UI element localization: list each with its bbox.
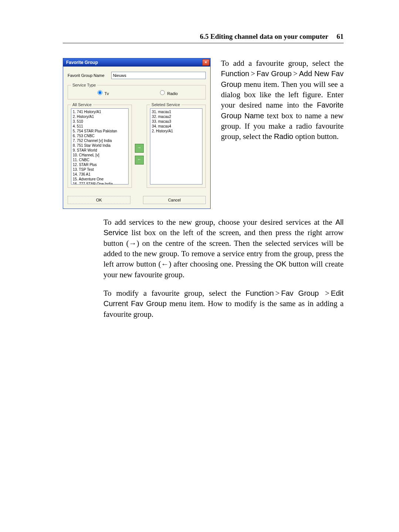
term-ok: OK (276, 260, 287, 268)
all-service-legend: All Service (71, 102, 93, 107)
term-radio: Radio (274, 132, 293, 140)
list-item[interactable]: 4. 511 (73, 124, 127, 129)
service-type-fieldset: Service Type Tv Radio (68, 83, 206, 99)
ok-button[interactable]: OK (68, 196, 130, 204)
arrow-right-button[interactable]: → (135, 144, 144, 153)
page-header: 6.5 Editing channel data on your compute… (63, 33, 344, 43)
service-type-legend: Service Type (71, 83, 97, 87)
list-item[interactable]: 9. STAR World (73, 148, 127, 153)
list-item[interactable]: 13. TSP Test (73, 167, 127, 172)
section-title: 6.5 Editing channel data on your compute… (200, 33, 328, 40)
all-service-fieldset: All Service 1. 741 History/A12. History/… (68, 102, 132, 188)
list-item[interactable]: 32. macau2 (152, 114, 201, 119)
page-number: 61 (337, 33, 344, 40)
arrow-left-button[interactable]: ← (135, 156, 144, 165)
favorite-group-dialog-figure: Favorite Group × Favorit Group Name Serv… (63, 58, 211, 209)
selected-service-legend: Seleted Service (150, 102, 181, 107)
selected-service-listbox[interactable]: 31. macau132. macau233. macau334. macau4… (150, 108, 202, 184)
list-item[interactable]: 1. 741 History/A1 (73, 109, 127, 114)
list-item[interactable]: 2. History/A1 (152, 129, 201, 133)
list-item[interactable]: 11. CNBC (73, 157, 127, 162)
list-item[interactable]: 10. CHanneL [v] (73, 153, 127, 157)
body-paragraph-2: To add services to the new group, choose… (103, 217, 344, 280)
list-item[interactable]: 15. Adventure One (73, 177, 127, 182)
radio-radio[interactable]: Radio (158, 89, 178, 96)
radio-tv[interactable]: Tv (96, 89, 109, 96)
term-function: Function (221, 70, 249, 78)
group-name-input[interactable] (111, 72, 206, 79)
body-paragraph-3: To modify a favourite group, select the … (103, 288, 344, 319)
list-item[interactable]: 5. 754 STAR Plus Pakistan (73, 129, 127, 133)
term-fav-group-2: Fav Group (281, 289, 319, 297)
list-item[interactable]: 6. 753 CNBC (73, 133, 127, 138)
close-icon[interactable]: × (202, 59, 209, 66)
selected-service-fieldset: Seleted Service 31. macau132. macau233. … (147, 102, 206, 188)
list-item[interactable]: 34. macau4 (152, 124, 201, 129)
group-name-label: Favorit Group Name (68, 73, 105, 78)
list-item[interactable]: 14. 736 A1 (73, 172, 127, 177)
all-service-listbox[interactable]: 1. 741 History/A12. History/A13. 5104. 5… (71, 108, 129, 184)
dialog-titlebar: Favorite Group × (63, 58, 210, 67)
list-item[interactable]: 8. 751 Star World India (73, 143, 127, 148)
list-item[interactable]: 12. STAR Plus (73, 162, 127, 167)
list-item[interactable]: 7. 752 Channel [v] India (73, 138, 127, 143)
dialog-title: Favorite Group (66, 60, 98, 65)
term-fav-group: Fav Group (257, 70, 292, 78)
list-item[interactable]: 16. 777 STAR One India (73, 182, 127, 184)
cancel-button[interactable]: Cancel (143, 196, 206, 204)
list-item[interactable]: 3. 510 (73, 119, 127, 124)
term-function-2: Function (245, 289, 274, 297)
list-item[interactable]: 31. macau1 (152, 109, 201, 114)
list-item[interactable]: 33. macau3 (152, 119, 201, 124)
list-item[interactable]: 2. History/A1 (73, 114, 127, 119)
side-paragraph-1: To add a favourite group, select the Fun… (221, 58, 344, 209)
